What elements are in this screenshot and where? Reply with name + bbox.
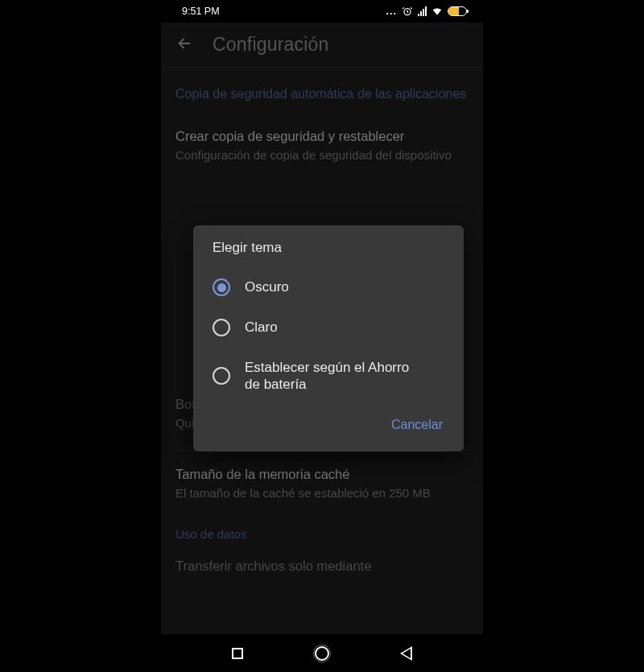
- dialog-actions: Cancelar: [198, 405, 460, 448]
- radio-label: Claro: [245, 319, 278, 336]
- settings-screen: Configuración Copia de seguridad automát…: [161, 23, 483, 634]
- wifi-icon: [431, 6, 443, 17]
- radio-icon: [213, 319, 230, 336]
- setting-title: Tamaño de la memoria caché: [175, 465, 469, 483]
- status-icons: ...: [386, 6, 467, 17]
- home-icon[interactable]: [315, 646, 329, 661]
- radio-label: Oscuro: [245, 278, 289, 295]
- theme-option-dark[interactable]: Oscuro: [198, 267, 460, 307]
- radio-icon: [213, 278, 230, 296]
- divider: [161, 67, 483, 68]
- setting-backup-link[interactable]: Copia de seguridad automática de las apl…: [175, 76, 469, 117]
- setting-create-backup[interactable]: Crear copia de seguridad y restablecer C…: [175, 117, 469, 179]
- setting-subtitle: El tamaño de la caché se estableció en 2…: [175, 485, 469, 501]
- alarm-icon: [402, 6, 413, 17]
- cancel-button[interactable]: Cancelar: [388, 413, 446, 437]
- setting-title: Copia de seguridad automática de las apl…: [175, 85, 469, 103]
- app-bar: Configuración: [161, 23, 483, 64]
- theme-option-light[interactable]: Claro: [198, 307, 460, 348]
- radio-icon: [213, 367, 230, 385]
- back-icon[interactable]: [175, 35, 193, 56]
- setting-cache-size[interactable]: Tamaño de la memoria caché El tamaño de …: [175, 456, 469, 517]
- setting-title: Crear copia de seguridad y restablecer: [175, 127, 469, 145]
- theme-option-battery[interactable]: Establecer según el Ahorro de batería: [198, 348, 460, 405]
- recents-icon[interactable]: [232, 648, 243, 659]
- battery-icon: [448, 6, 467, 16]
- theme-dialog: Elegir tema Oscuro Claro Establecer segú…: [193, 225, 464, 451]
- signal-icon: [418, 6, 427, 16]
- setting-transfer-cut[interactable]: Transferir archivos solo mediante: [175, 547, 469, 574]
- setting-subtitle: Configuración de copia de seguridad del …: [175, 147, 469, 163]
- more-icon: ...: [386, 6, 397, 17]
- back-nav-icon[interactable]: [400, 646, 412, 661]
- phone-frame: 9:51 PM ... Configuración Copia de segur…: [161, 0, 483, 672]
- dialog-title: Elegir tema: [198, 240, 460, 267]
- status-bar: 9:51 PM ...: [161, 0, 483, 23]
- status-time: 9:51 PM: [177, 6, 220, 17]
- navigation-bar: [161, 634, 483, 672]
- page-title: Configuración: [213, 34, 329, 56]
- radio-label: Establecer según el Ahorro de batería: [245, 359, 422, 394]
- section-data-usage[interactable]: Uso de datos: [175, 516, 469, 547]
